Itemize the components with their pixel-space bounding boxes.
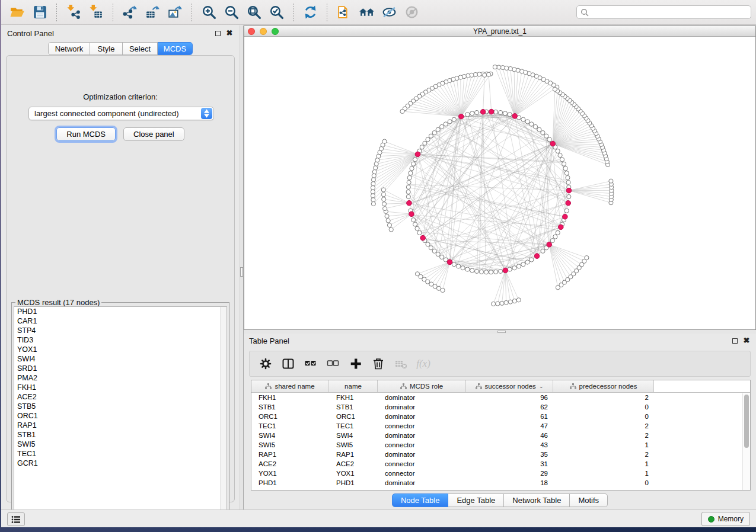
mcds-result-item[interactable]: SRD1: [14, 364, 227, 373]
mcds-result-item[interactable]: ORC1: [14, 411, 227, 421]
column-header-predecessor-nodes[interactable]: predecessor nodes: [553, 380, 654, 392]
export-network-button[interactable]: [120, 2, 140, 23]
mcds-result-item[interactable]: STB5: [14, 402, 227, 411]
clear-selection-button[interactable]: [324, 354, 343, 373]
first-neighbors-button[interactable]: [356, 2, 377, 23]
zoom-out-button[interactable]: [221, 2, 241, 23]
mcds-result-item[interactable]: STB1: [14, 430, 227, 440]
mcds-result-item[interactable]: GCR1: [14, 459, 227, 468]
table-panel: Table Panel ✖ f(x) shared namenameMCDS r…: [244, 334, 756, 509]
tab-mcds[interactable]: MCDS: [158, 42, 193, 55]
splitter-grip[interactable]: [240, 267, 243, 277]
apply-preferred-layout-button[interactable]: [300, 2, 320, 23]
criterion-dropdown[interactable]: largest connected component (undirected): [28, 107, 214, 120]
toolbar-separator: [192, 4, 192, 21]
tab-node-table[interactable]: Node Table: [392, 493, 449, 507]
export-table-button[interactable]: [142, 2, 162, 23]
clear-selection-icon: [327, 357, 340, 370]
column-source-icon: [476, 383, 482, 389]
search-icon: [580, 8, 589, 17]
import-network-icon: [66, 4, 82, 20]
window-minimize-traffic-light[interactable]: [260, 28, 267, 35]
delete-column-button[interactable]: [369, 354, 388, 373]
mcds-result-item[interactable]: PMA2: [14, 373, 227, 383]
mcds-result-item[interactable]: FKH1: [14, 383, 227, 392]
column-header-shared-name[interactable]: shared name: [251, 380, 329, 392]
tab-style[interactable]: Style: [90, 42, 123, 55]
show-columns-button[interactable]: [279, 354, 298, 373]
mcds-result-item[interactable]: TEC1: [14, 449, 227, 459]
export-image-button[interactable]: [165, 2, 185, 23]
close-panel-button[interactable]: Close panel: [123, 127, 184, 141]
hsplitter-grip[interactable]: [497, 331, 506, 333]
vertical-splitter[interactable]: [240, 25, 244, 509]
mcds-result-item[interactable]: YOX1: [14, 345, 227, 354]
table-panel-title: Table Panel: [249, 336, 289, 345]
import-network-from-file-button[interactable]: [63, 2, 84, 23]
table-row[interactable]: SWI4SWI4dominator462: [251, 431, 750, 440]
mcds-result-item[interactable]: STP4: [14, 326, 227, 335]
mcds-result-item[interactable]: ACE2: [14, 392, 227, 402]
table-row[interactable]: PHD1PHD1dominator180: [251, 478, 750, 488]
zoom-fit-button[interactable]: [244, 2, 264, 23]
mcds-result-item[interactable]: RAP1: [14, 421, 227, 430]
table-cell: 29: [466, 469, 553, 478]
toolbar-separator: [56, 4, 57, 21]
control-panel-float-button[interactable]: [213, 29, 222, 37]
mcds-result-item[interactable]: TID3: [14, 335, 227, 345]
zoom-in-icon: [201, 4, 217, 20]
mcds-result-item[interactable]: SWI5: [14, 440, 227, 449]
table-row[interactable]: ORC1ORC1dominator610: [251, 412, 750, 421]
window-zoom-traffic-light[interactable]: [272, 28, 279, 35]
header-filler: [654, 380, 750, 392]
mcds-list-scrollbar[interactable]: [220, 307, 227, 520]
table-row[interactable]: ACE2ACE2connector311: [251, 459, 750, 469]
table-panel-close-button[interactable]: ✖: [742, 336, 751, 345]
column-header-name[interactable]: name: [329, 380, 378, 392]
column-header-MCDS-role[interactable]: MCDS role: [378, 380, 466, 392]
add-column-button[interactable]: [346, 354, 365, 373]
network-canvas[interactable]: [244, 37, 755, 329]
table-cell: 35: [466, 450, 553, 459]
tab-select[interactable]: Select: [123, 42, 158, 55]
table-cell: YOX1: [329, 469, 378, 478]
table-row[interactable]: YOX1YOX1connector291: [251, 469, 750, 478]
tab-network[interactable]: Network: [48, 42, 90, 55]
table-scrollbar-thumb[interactable]: [744, 395, 749, 448]
table-panel-float-button[interactable]: [731, 336, 739, 345]
table-cell: dominator: [378, 412, 466, 421]
table-cell: TEC1: [251, 421, 329, 431]
tab-motifs[interactable]: Motifs: [570, 493, 608, 507]
mcds-result-item[interactable]: SWI4: [14, 354, 227, 364]
table-row[interactable]: FKH1FKH1dominator962: [251, 393, 750, 402]
hide-selected-button[interactable]: [379, 2, 399, 23]
table-options-button[interactable]: [256, 354, 275, 373]
table-row[interactable]: TEC1TEC1connector472: [251, 421, 750, 431]
control-panel-close-button[interactable]: ✖: [225, 29, 234, 37]
table-cell: 0: [553, 412, 654, 421]
run-mcds-button[interactable]: Run MCDS: [56, 127, 116, 141]
table-row[interactable]: STB1STB1dominator620: [251, 402, 750, 412]
window-close-traffic-light[interactable]: [248, 28, 255, 35]
column-header-successor-nodes[interactable]: successor nodes⌄: [466, 380, 553, 392]
import-table-from-file-button[interactable]: [86, 2, 106, 23]
zoom-selected-button[interactable]: [266, 2, 286, 23]
task-history-button[interactable]: [7, 512, 25, 526]
zoom-in-button[interactable]: [199, 2, 219, 23]
open-file-button[interactable]: [7, 2, 27, 23]
tab-edge-table[interactable]: Edge Table: [448, 493, 504, 507]
search-input[interactable]: [589, 8, 747, 17]
new-network-from-selection-button[interactable]: [334, 2, 354, 23]
table-row[interactable]: SWI5SWI5connector431: [251, 440, 750, 450]
mcds-result-item[interactable]: CAR1: [14, 316, 227, 326]
mcds-result-list[interactable]: PHD1CAR1STP4TID3YOX1SWI4SRD1PMA2FKH1ACE2…: [14, 306, 227, 520]
mcds-result-item[interactable]: PHD1: [14, 307, 227, 316]
table-scrollbar[interactable]: [742, 393, 750, 490]
select-all-button[interactable]: [301, 354, 320, 373]
save-session-button[interactable]: [30, 2, 50, 23]
table-row[interactable]: RAP1RAP1dominator352: [251, 450, 750, 459]
tab-network-table[interactable]: Network Table: [504, 493, 570, 507]
fx-icon: f(x): [416, 358, 430, 370]
zoom-fit-icon: [246, 4, 262, 20]
memory-button[interactable]: Memory: [701, 512, 750, 526]
